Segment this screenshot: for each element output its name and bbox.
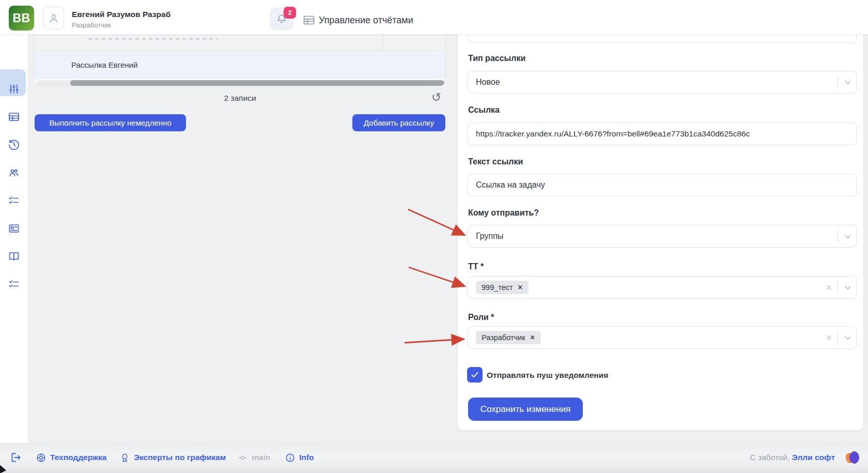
report-grid-icon [303, 14, 315, 26]
mailing-form-panel: Тип рассылки Новое Ссылка https://tracke… [457, 21, 864, 431]
experts-link[interactable]: Эксперты по графикам [119, 451, 226, 464]
table-row-selected[interactable]: Рассылка Евгений [35, 51, 445, 79]
sidebar-item-docs[interactable] [8, 250, 20, 263]
roles-tag-label: Разработчик [482, 333, 525, 342]
link-text-label: Текст ссылки [468, 157, 523, 167]
roles-label: Роли * [468, 313, 494, 323]
users-icon [8, 166, 20, 179]
horizontal-scrollbar[interactable] [37, 80, 444, 86]
sidebar-item-history[interactable] [8, 139, 20, 151]
link-input[interactable]: https://tracker.yandex.ru/ALLY-6676?from… [467, 123, 857, 145]
send-to-label: Кому отправить? [468, 208, 539, 219]
app-logo[interactable]: BB [9, 6, 34, 30]
footer-signature: С заботой, Элли софт [750, 453, 835, 462]
select-divider [838, 281, 838, 294]
link-value: https://tracker.yandex.ru/ALLY-6676?from… [476, 129, 750, 139]
mailing-type-label: Тип рассылки [468, 54, 525, 64]
info-icon [285, 452, 296, 463]
save-changes-button[interactable]: Сохранить изменения [468, 398, 583, 421]
tt-tag: 999_тест ✕ [476, 281, 529, 294]
elly-soft-logo [846, 451, 859, 464]
support-link-label: Техподдержка [50, 453, 106, 462]
sidebar-item-card[interactable] [8, 222, 20, 235]
git-branch-label: main [252, 453, 270, 462]
tag-remove-icon[interactable]: ✕ [518, 284, 523, 291]
clear-icon[interactable]: ✕ [826, 333, 832, 343]
chevron-down-icon [844, 284, 851, 292]
id-card-icon [8, 222, 20, 235]
add-mailing-button[interactable]: Добавить рассылку [352, 114, 445, 131]
tt-tag-label: 999_тест [482, 283, 513, 292]
records-count: 2 записи [35, 94, 445, 103]
open-book-icon [8, 250, 20, 263]
scrollbar-thumb[interactable] [70, 80, 444, 86]
send-to-value: Группы [476, 232, 503, 241]
arrow-to-roles [405, 339, 463, 343]
sidebar-item-reports[interactable] [8, 111, 20, 123]
link-label: Ссылка [468, 105, 500, 116]
sidebar-item-filters[interactable] [8, 83, 20, 95]
table-icon [8, 111, 20, 123]
sidebar-item-users[interactable] [8, 166, 20, 179]
select-divider [838, 76, 838, 88]
link-text-value: Ссылка на задачу [476, 180, 545, 190]
tt-label: ТТ * [468, 262, 484, 272]
refresh-icon[interactable]: ↺ [431, 91, 441, 103]
link-text-input[interactable]: Ссылка на задачу [467, 174, 857, 196]
check-icon [470, 370, 479, 379]
git-commit-icon [237, 452, 248, 463]
logout-icon [10, 451, 22, 464]
mailing-type-value: Новое [476, 78, 500, 87]
notification-count-badge: 2 [284, 7, 296, 19]
brand-link[interactable]: Элли софт [792, 453, 835, 462]
send-to-select[interactable]: Группы [467, 225, 857, 248]
chevron-down-icon [844, 79, 851, 86]
arrow-to-tt [409, 267, 464, 286]
logout-button[interactable] [10, 451, 22, 464]
roles-multiselect[interactable]: Разработчик ✕ ✕ [467, 326, 857, 349]
user-role: Разработчик [72, 21, 111, 29]
lifebuoy-icon [36, 452, 47, 463]
info-link-label: Info [299, 453, 314, 462]
select-divider [838, 230, 838, 242]
support-link[interactable]: Техподдержка [36, 451, 106, 464]
tag-remove-icon[interactable]: ✕ [530, 334, 535, 341]
clear-icon[interactable]: ✕ [826, 283, 832, 293]
select-divider [838, 331, 838, 344]
checklist-icon [8, 194, 20, 207]
tt-multiselect[interactable]: 999_тест ✕ ✕ [467, 276, 857, 299]
arrow-to-send-to [408, 209, 464, 235]
award-icon [119, 452, 130, 463]
chevron-down-icon [844, 334, 851, 342]
git-branch-indicator: main [237, 451, 270, 464]
push-checkbox[interactable] [467, 367, 483, 383]
clipped-row-text [88, 38, 218, 40]
info-link[interactable]: Info [285, 451, 314, 464]
user-name: Евгений Разумов Разраб [72, 10, 171, 19]
history-icon [8, 139, 20, 151]
roles-tag: Разработчик ✕ [476, 331, 541, 344]
push-checkbox-label: Отправлять пуш уведомления [487, 371, 608, 380]
sidebar-item-tasks[interactable] [8, 278, 20, 291]
checklist-icon [8, 278, 20, 291]
app-window: Тип рассылки Новое Ссылка https://tracke… [0, 0, 868, 473]
sliders-icon [8, 83, 20, 95]
signature-prefix: С заботой, [750, 453, 790, 462]
experts-link-label: Эксперты по графикам [134, 453, 226, 462]
execute-mailing-button[interactable]: Выполнить рассылку немедленно [35, 114, 186, 131]
page-title: Управление отчётами [319, 14, 413, 26]
sidebar [0, 34, 28, 443]
sidebar-item-checklist[interactable] [8, 194, 20, 207]
user-avatar[interactable] [43, 7, 64, 29]
person-icon [48, 12, 60, 24]
chevron-down-icon [844, 233, 851, 240]
mailing-type-select[interactable]: Новое [467, 71, 857, 94]
top-bar: BB Евгений Разумов Разраб Разработчик 2 … [0, 0, 868, 34]
